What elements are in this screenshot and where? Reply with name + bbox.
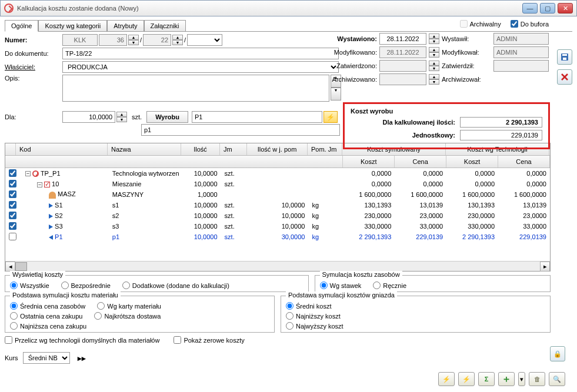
- row-checkbox[interactable]: [9, 212, 16, 219]
- numer-suffix[interactable]: [187, 34, 222, 46]
- radio-ostatnia[interactable]: Ostatnia cena zakupu: [10, 312, 82, 320]
- radio-wgstawek[interactable]: Wg stawek: [320, 282, 362, 289]
- archiwalny-checkbox[interactable]: Archiwalny: [460, 20, 501, 28]
- app-icon: [4, 4, 14, 13]
- tab-zalaczniki[interactable]: Załączniki: [144, 20, 186, 31]
- row-checkbox[interactable]: [9, 180, 16, 187]
- koszt-dla-value: 2 290,1393: [460, 117, 542, 128]
- bolt-green-button[interactable]: ⚡: [458, 372, 475, 386]
- pokaz-checkbox[interactable]: Pokaż zerowe koszty: [174, 336, 244, 344]
- modyfikowal-field: [493, 46, 549, 58]
- radio-dodatkowe[interactable]: Dodatkowe (dodane do kalkulacji): [122, 282, 229, 289]
- save-button[interactable]: [557, 49, 572, 65]
- trash-button[interactable]: 🗑: [529, 372, 545, 386]
- flash-button[interactable]: ⚡: [323, 111, 338, 123]
- arrow-right-icon: [49, 203, 53, 208]
- gh-c1[interactable]: Cena: [395, 156, 446, 167]
- table-row[interactable]: − TP_P1Technologia wytworzen10,0000szt.0…: [5, 168, 550, 179]
- numer-n1[interactable]: [99, 34, 127, 46]
- przelicz-checkbox[interactable]: Przelicz wg technologii domyślnych dla m…: [5, 336, 159, 344]
- wystawiono-date[interactable]: [379, 33, 426, 45]
- maximize-button[interactable]: ▢: [540, 3, 555, 14]
- zatwierdzil-label: Zatwierdził:: [442, 62, 491, 69]
- archiwizowal-label: Archiwizował:: [442, 76, 491, 83]
- table-row[interactable]: S3s310,0000szt.10,0000kg330,000033,00003…: [5, 221, 550, 232]
- modyf-spin: ▲▼: [429, 47, 439, 58]
- zoom-button[interactable]: 🔍: [549, 372, 565, 386]
- row-checkbox[interactable]: [9, 222, 16, 230]
- gh-k1[interactable]: Koszt: [343, 156, 395, 167]
- table-row[interactable]: S1s110,0000szt.10,0000kg130,139313,01391…: [5, 200, 550, 210]
- radio-recznie[interactable]: Ręcznie: [373, 282, 406, 289]
- wlasciciel-label[interactable]: Właściciel:: [5, 63, 61, 71]
- titlebar: Kalkulacja kosztu zostanie dodana (Nowy)…: [0, 0, 577, 16]
- radio-wgkarty[interactable]: Wg karty materiału: [97, 302, 161, 310]
- arrow-right-icon: [49, 214, 53, 219]
- gh-pomjm[interactable]: Pom. Jm: [308, 143, 342, 155]
- gh-k2[interactable]: Koszt: [446, 156, 498, 167]
- dokument-field[interactable]: [62, 48, 339, 59]
- radio-wszystkie[interactable]: Wszystkie: [10, 282, 49, 289]
- gh-ilosc[interactable]: Ilość: [181, 143, 220, 155]
- table-row[interactable]: − 10Mieszanie10,0000szt.0,00000,00000,00…: [5, 179, 550, 189]
- numer-n2[interactable]: [143, 34, 171, 46]
- gh-c2[interactable]: Cena: [498, 156, 550, 167]
- radio-srednia[interactable]: Średnia cena zasobów: [10, 302, 85, 310]
- arrow-left-icon: [49, 235, 53, 240]
- window-title: Kalkulacja kosztu zostanie dodana (Nowy): [17, 5, 522, 12]
- add-button[interactable]: ＋: [498, 372, 515, 386]
- minimize-button[interactable]: —: [522, 3, 538, 14]
- numer-n2-spin[interactable]: ▲▼: [172, 35, 183, 45]
- dla-field[interactable]: [62, 111, 115, 123]
- row-checkbox[interactable]: [9, 201, 16, 209]
- zatw-date: [379, 60, 426, 72]
- tree-expand[interactable]: −: [37, 182, 42, 187]
- table-row[interactable]: S2s210,0000szt.10,0000kg230,000023,00002…: [5, 210, 550, 221]
- wyrobu-button[interactable]: Wyrobu: [146, 111, 188, 123]
- wystawiono-spin[interactable]: ▲▼: [429, 33, 439, 44]
- zatwierdzil-field: [493, 60, 549, 72]
- table-row[interactable]: MASZMASZYNY1,00001 600,00001 600,00001 6…: [5, 189, 550, 200]
- tab-atrybuty[interactable]: Atrybuty: [107, 20, 144, 31]
- add-dropdown[interactable]: ▾: [518, 372, 525, 386]
- tab-koszty[interactable]: Koszty wg kategorii: [38, 20, 107, 31]
- kurs-next-button[interactable]: ▸▸: [75, 351, 89, 365]
- gh-jm[interactable]: Jm: [220, 143, 247, 155]
- wyrobu-field[interactable]: [192, 111, 322, 123]
- grid-hscroll[interactable]: ◂▸: [5, 261, 550, 271]
- row-checkbox[interactable]: [9, 190, 16, 198]
- tab-ogolne[interactable]: Ogólne: [5, 20, 38, 32]
- lock-button[interactable]: 🔒: [550, 346, 565, 361]
- table-row[interactable]: P1p110,0000szt.30,0000kg2 290,1393229,01…: [5, 232, 550, 242]
- gh-nazwa[interactable]: Nazwa: [108, 143, 181, 155]
- cancel-button[interactable]: [557, 69, 572, 85]
- radio-najnizszy-koszt[interactable]: Najniższy koszt: [286, 312, 341, 320]
- radio-najnizsza[interactable]: Najniższa cena zakupu: [10, 322, 86, 330]
- radio-najwyzszy-koszt[interactable]: Najwyższy koszt: [286, 322, 343, 330]
- wysw-legend: Wyświetlaj koszty: [10, 271, 65, 278]
- bolt-orange-button[interactable]: ⚡: [438, 372, 455, 386]
- gh-kod[interactable]: Kod: [16, 143, 108, 155]
- dla-spin[interactable]: ▲▼: [116, 112, 127, 122]
- wyrobu-desc-field[interactable]: [141, 124, 340, 136]
- numer-n1-spin[interactable]: ▲▼: [128, 35, 139, 45]
- radio-najkrotsza[interactable]: Najkrótsza dostawa: [94, 312, 161, 320]
- zatw-spin: ▲▼: [429, 61, 439, 71]
- gh-iloscp[interactable]: Ilość w j. pom: [247, 143, 308, 155]
- koszt-jedn-label: Jednostkowy:: [412, 132, 455, 139]
- sigma-button[interactable]: Σ: [478, 372, 495, 386]
- row-checkbox[interactable]: [9, 233, 16, 240]
- tree-expand[interactable]: −: [25, 171, 31, 176]
- sym-legend: Symulacja kosztu zasobów: [320, 271, 402, 278]
- wlasciciel-select[interactable]: PRODUKCJA: [62, 61, 339, 73]
- radio-sredni-koszt[interactable]: Średni koszt: [286, 302, 332, 310]
- numer-series[interactable]: [62, 34, 98, 46]
- opis-field[interactable]: [62, 75, 329, 102]
- kurs-select[interactable]: Średni NBP: [23, 352, 70, 364]
- dobufora-checkbox[interactable]: Do bufora: [511, 20, 549, 28]
- radio-bezposrednie[interactable]: Bezpośrednie: [61, 282, 111, 289]
- row-checkbox[interactable]: [9, 169, 16, 177]
- dla-label: Dla:: [5, 113, 61, 120]
- close-button[interactable]: ✕: [558, 3, 573, 14]
- svg-rect-1: [562, 54, 567, 56]
